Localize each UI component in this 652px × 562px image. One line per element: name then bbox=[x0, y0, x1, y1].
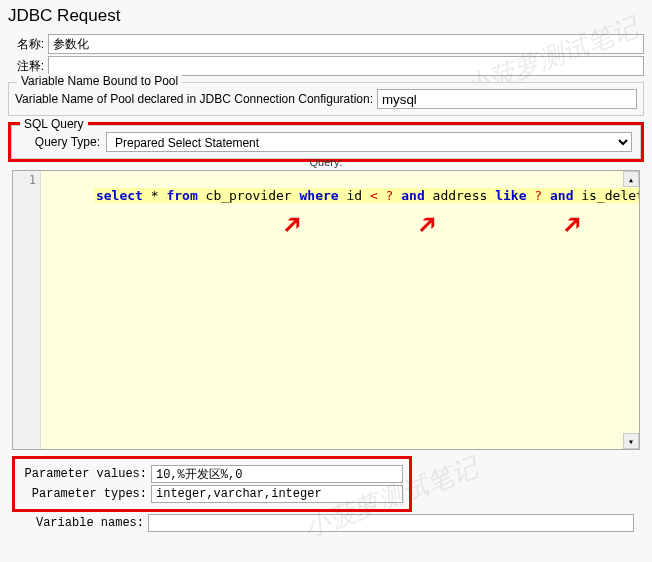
kw-from: from bbox=[166, 188, 197, 203]
kw-and1: and bbox=[401, 188, 424, 203]
highlight-parameters: Parameter values: Parameter types: bbox=[12, 456, 412, 512]
kw-like: like bbox=[495, 188, 526, 203]
jdbc-request-panel: JDBC Request 名称: 注释: Variable Name Bound… bbox=[0, 0, 652, 538]
variable-names-input[interactable] bbox=[148, 514, 634, 532]
param-values-input[interactable] bbox=[151, 465, 403, 483]
col-address: address bbox=[433, 188, 488, 203]
code-area[interactable]: select * from cb_provider where id < ? a… bbox=[41, 171, 639, 449]
star: * bbox=[151, 188, 159, 203]
pool-label: Variable Name of Pool declared in JDBC C… bbox=[15, 92, 373, 106]
scroll-up-icon[interactable]: ▴ bbox=[623, 171, 639, 187]
annotation-arrow-icon: ➔ bbox=[550, 201, 594, 245]
query-type-select[interactable]: Prepared Select Statement bbox=[106, 132, 632, 152]
kw-and2: and bbox=[550, 188, 573, 203]
comment-input[interactable] bbox=[48, 56, 644, 76]
query-type-label: Query Type: bbox=[20, 135, 100, 149]
panel-title: JDBC Request bbox=[8, 4, 644, 32]
line-gutter: 1 bbox=[13, 171, 41, 449]
col-isdelete: is_delete bbox=[581, 188, 639, 203]
pool-legend: Variable Name Bound to Pool bbox=[17, 74, 182, 88]
sql-query-legend: SQL Query bbox=[20, 117, 88, 131]
kw-select: select bbox=[96, 188, 143, 203]
line-number: 1 bbox=[17, 173, 36, 187]
comment-label: 注释: bbox=[8, 58, 48, 75]
param-types-label: Parameter types: bbox=[21, 487, 151, 501]
kw-where: where bbox=[299, 188, 338, 203]
scroll-down-icon[interactable]: ▾ bbox=[623, 433, 639, 449]
highlight-query-type: SQL Query Query Type: Prepared Select St… bbox=[8, 122, 644, 162]
pool-name-input[interactable] bbox=[377, 89, 637, 109]
name-input[interactable] bbox=[48, 34, 644, 54]
sql-editor[interactable]: 1 select * from cb_provider where id < ?… bbox=[12, 170, 640, 450]
param-types-input[interactable] bbox=[151, 485, 403, 503]
q2: ? bbox=[534, 188, 542, 203]
annotation-arrow-icon: ➔ bbox=[270, 201, 314, 245]
variable-names-label: Variable names: bbox=[18, 516, 148, 530]
annotation-arrow-icon: ➔ bbox=[405, 201, 449, 245]
col-id: id bbox=[346, 188, 362, 203]
param-values-label: Parameter values: bbox=[21, 467, 151, 481]
pool-fieldset: Variable Name Bound to Pool Variable Nam… bbox=[8, 82, 644, 116]
table-name: cb_provider bbox=[206, 188, 292, 203]
name-label: 名称: bbox=[8, 36, 48, 53]
op-lt-q: < ? bbox=[370, 188, 393, 203]
